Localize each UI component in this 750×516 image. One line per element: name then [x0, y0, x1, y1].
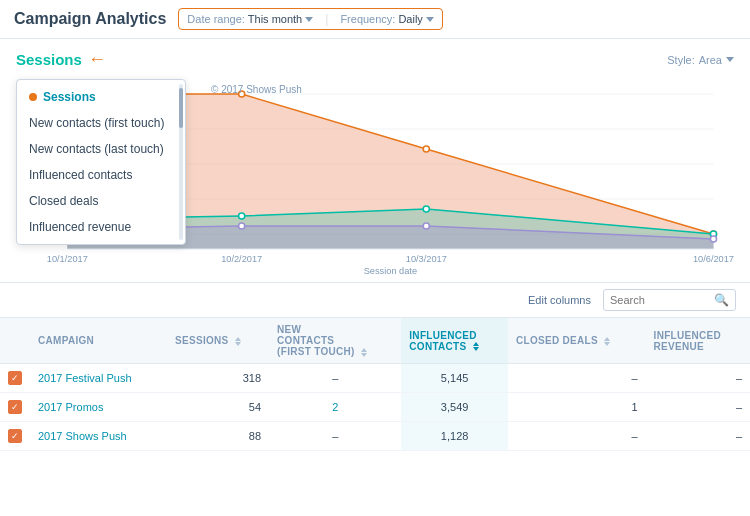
campaign-name-link[interactable]: 2017 Promos [38, 401, 103, 413]
td-sessions: 54 [167, 393, 269, 422]
td-new-contacts-first: 2 [269, 393, 401, 422]
dropdown-item-sessions[interactable]: Sessions [17, 84, 185, 110]
dropdown-item-closed-deals[interactable]: Closed deals [17, 188, 185, 214]
chart-header: Sessions ← Style: Area [16, 49, 734, 70]
svg-text:10/6/2017: 10/6/2017 [693, 254, 734, 264]
frequency-chevron-icon [426, 17, 434, 22]
table-toolbar: Edit columns 🔍 [0, 283, 750, 318]
svg-point-22 [423, 223, 429, 229]
sessions-sort-icon[interactable] [235, 337, 241, 346]
td-checkbox [0, 393, 30, 422]
td-campaign-name: 2017 Shows Push [30, 422, 167, 451]
scrollbar-thumb [179, 88, 183, 128]
search-input[interactable] [610, 294, 710, 306]
dropdown-item-label: Influenced contacts [29, 168, 132, 182]
dot-icon [29, 93, 37, 101]
td-new-contacts-first: – [269, 364, 401, 393]
svg-point-17 [423, 206, 429, 212]
td-influenced-contacts: 3,549 [401, 393, 508, 422]
header: Campaign Analytics Date range: This mont… [0, 0, 750, 39]
closed-deals-sort-icon[interactable] [604, 337, 610, 346]
svg-point-21 [239, 223, 245, 229]
svg-point-23 [710, 236, 716, 242]
filter-bar: Date range: This month | Frequency: Dail… [178, 8, 443, 30]
th-influenced-contacts: INFLUENCEDCONTACTS [401, 318, 508, 364]
metric-dropdown[interactable]: Sessions New contacts (first touch) New … [16, 79, 186, 245]
svg-text:10/1/2017: 10/1/2017 [47, 254, 88, 264]
svg-text:10/2/2017: 10/2/2017 [221, 254, 262, 264]
td-closed-deals: – [508, 422, 646, 451]
chart-title-area: Sessions ← [16, 49, 106, 70]
td-new-contacts-first: – [269, 422, 401, 451]
frequency-value: Daily [398, 13, 422, 25]
td-closed-deals: – [508, 364, 646, 393]
dropdown-item-influenced-revenue[interactable]: Influenced revenue [17, 214, 185, 240]
th-campaign: CAMPAIGN [30, 318, 167, 364]
chart-title: Sessions [16, 51, 82, 68]
frequency-filter[interactable]: Frequency: Daily [340, 13, 433, 25]
dropdown-item-label: New contacts (first touch) [29, 116, 164, 130]
new-contacts-sort-icon[interactable] [361, 348, 367, 357]
dropdown-item-new-contacts-last[interactable]: New contacts (last touch) [17, 136, 185, 162]
th-sessions: SESSIONS [167, 318, 269, 364]
data-table: CAMPAIGN SESSIONS NEWCONTACTS(FIRST TOUC… [0, 318, 750, 451]
td-campaign-name: 2017 Festival Push [30, 364, 167, 393]
page-wrapper: Campaign Analytics Date range: This mont… [0, 0, 750, 516]
style-value: Area [699, 54, 722, 66]
search-icon: 🔍 [714, 293, 729, 307]
frequency-label: Frequency: [340, 13, 395, 25]
th-new-contacts-first: NEWCONTACTS(FIRST TOUCH) [269, 318, 401, 364]
td-closed-deals: 1 [508, 393, 646, 422]
td-campaign-name: 2017 Promos [30, 393, 167, 422]
influenced-contacts-sort-icon[interactable] [473, 342, 479, 351]
main-content: Sessions ← Style: Area Sessions New cont… [0, 39, 750, 516]
td-checkbox [0, 364, 30, 393]
dropdown-item-label: Influenced revenue [29, 220, 131, 234]
table-header: CAMPAIGN SESSIONS NEWCONTACTS(FIRST TOUC… [0, 318, 750, 364]
svg-text:Session date: Session date [364, 266, 417, 274]
campaign-checkbox[interactable] [8, 429, 22, 443]
campaign-checkbox[interactable] [8, 400, 22, 414]
td-influenced-revenue: – [646, 422, 750, 451]
table-section: Edit columns 🔍 CAMPAIGN SESSIONS [0, 283, 750, 516]
table-body: 2017 Festival Push 318 – 5,145 – – [0, 364, 750, 451]
th-influenced-revenue: INFLUENCEDREVENUE [646, 318, 750, 364]
table-row: 2017 Festival Push 318 – 5,145 – – [0, 364, 750, 393]
table-row: 2017 Shows Push 88 – 1,128 – – [0, 422, 750, 451]
campaign-label: © 2017 Shows Push [211, 84, 302, 95]
date-range-value: This month [248, 13, 302, 25]
dropdown-item-new-contacts-first[interactable]: New contacts (first touch) [17, 110, 185, 136]
dropdown-item-influenced-contacts[interactable]: Influenced contacts [17, 162, 185, 188]
style-chevron-icon [726, 57, 734, 62]
campaign-checkbox[interactable] [8, 371, 22, 385]
style-label: Style: [667, 54, 695, 66]
svg-point-12 [423, 146, 429, 152]
date-range-chevron-icon [305, 17, 313, 22]
td-influenced-revenue: – [646, 393, 750, 422]
dropdown-item-label: Closed deals [29, 194, 98, 208]
edit-columns-button[interactable]: Edit columns [524, 292, 595, 308]
th-closed-deals: CLOSED DEALS [508, 318, 646, 364]
dropdown-scrollbar[interactable] [179, 84, 183, 240]
table-row: 2017 Promos 54 2 3,549 1 – [0, 393, 750, 422]
td-influenced-revenue: – [646, 364, 750, 393]
arrow-left-icon: ← [88, 49, 106, 70]
td-influenced-contacts: 5,145 [401, 364, 508, 393]
campaign-name-link[interactable]: 2017 Festival Push [38, 372, 132, 384]
date-range-label: Date range: [187, 13, 244, 25]
chart-section: Sessions ← Style: Area Sessions New cont… [0, 39, 750, 283]
page-title: Campaign Analytics [14, 10, 166, 28]
td-sessions: 88 [167, 422, 269, 451]
date-range-filter[interactable]: Date range: This month [187, 13, 313, 25]
search-box: 🔍 [603, 289, 736, 311]
th-checkbox [0, 318, 30, 364]
style-selector[interactable]: Style: Area [667, 54, 734, 66]
dropdown-item-label: New contacts (last touch) [29, 142, 164, 156]
td-checkbox [0, 422, 30, 451]
svg-point-16 [239, 213, 245, 219]
td-sessions: 318 [167, 364, 269, 393]
svg-text:10/3/2017: 10/3/2017 [406, 254, 447, 264]
dropdown-item-label: Sessions [43, 90, 96, 104]
campaign-name-link[interactable]: 2017 Shows Push [38, 430, 127, 442]
td-influenced-contacts: 1,128 [401, 422, 508, 451]
